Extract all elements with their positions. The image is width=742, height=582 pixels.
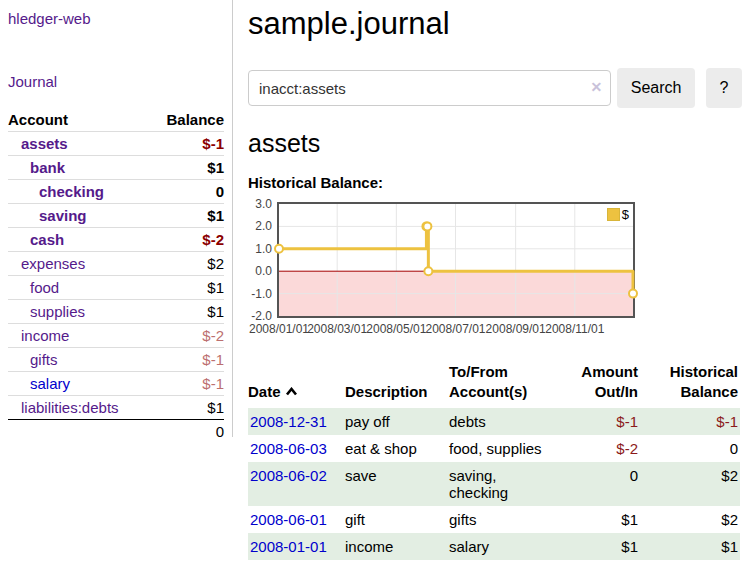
transaction-date-link[interactable]: 2008-06-03: [250, 440, 327, 457]
accounts-header-account: Account: [8, 108, 150, 132]
y-axis-tick: -2.0: [248, 309, 272, 323]
y-axis-tick: 1.0: [248, 242, 272, 256]
transaction-description: pay off: [345, 408, 449, 435]
nav-journal-link[interactable]: Journal: [8, 73, 57, 90]
account-row: bank $1: [8, 156, 224, 180]
help-button[interactable]: ?: [706, 68, 742, 108]
account-balance: $1: [150, 156, 224, 180]
main-panel: sample.journal ✕ Search ? assets Histori…: [248, 0, 742, 560]
transaction-amount: $1: [561, 506, 640, 533]
transaction-amount: $-1: [561, 408, 640, 435]
account-balance: $-1: [150, 372, 224, 396]
transaction-date-link[interactable]: 2008-12-31: [250, 413, 327, 430]
account-link-expenses[interactable]: expenses: [21, 255, 85, 272]
account-balance: $1: [150, 300, 224, 324]
account-row: saving $1: [8, 204, 224, 228]
clear-search-icon[interactable]: ✕: [590, 79, 602, 95]
account-row: gifts $-1: [8, 348, 224, 372]
register-row: 2008-01-01 income salary $1 $1: [248, 533, 740, 560]
transaction-date-link[interactable]: 2008-06-02: [250, 467, 327, 484]
register-header-amount: Amount Out/In: [561, 362, 640, 408]
transaction-description: save: [345, 462, 449, 506]
accounts-total-value: 0: [150, 420, 224, 444]
account-link-cash[interactable]: cash: [30, 231, 64, 248]
x-axis-tick: 2008/03/01: [307, 322, 367, 336]
balance-chart: $ 3.02.01.00.0-1.0-2.02008/01/012008/03/…: [248, 202, 742, 340]
transaction-accounts: debts: [449, 408, 561, 435]
page-title: sample.journal: [248, 0, 742, 44]
account-balance: $2: [150, 252, 224, 276]
y-axis-tick: 2.0: [248, 219, 272, 233]
register-row: 2008-12-31 pay off debts $-1 $-1: [248, 408, 740, 435]
register-header-description: Description: [345, 362, 449, 408]
account-balance: $-2: [150, 324, 224, 348]
x-axis-tick: 2008/11/01: [545, 322, 604, 336]
transaction-accounts: salary: [449, 533, 561, 560]
chart-plot-area: $: [277, 202, 635, 318]
register-row: 2008-06-01 gift gifts $1 $2: [248, 506, 740, 533]
account-row: assets $-1: [8, 132, 224, 156]
x-axis-tick: 2008/09/01: [486, 322, 546, 336]
register-header-accounts: To/From Account(s): [449, 362, 561, 408]
transaction-description: eat & shop: [345, 435, 449, 462]
account-link-liabilities-debts[interactable]: liabilities:debts: [21, 399, 119, 416]
account-balance: $-1: [150, 348, 224, 372]
register-row: 2008-06-02 save saving, checking 0 $2: [248, 462, 740, 506]
sidebar: hledger-web Journal Account Balance asse…: [0, 0, 233, 437]
account-link-bank[interactable]: bank: [30, 159, 65, 176]
transaction-balance: $1: [640, 533, 740, 560]
account-link-food[interactable]: food: [30, 279, 59, 296]
transaction-amount: $-2: [561, 435, 640, 462]
transaction-accounts: gifts: [449, 506, 561, 533]
transaction-date-link[interactable]: 2008-01-01: [250, 538, 327, 555]
search-button[interactable]: Search: [617, 68, 695, 108]
app-brand-link[interactable]: hledger-web: [8, 10, 91, 27]
account-row: cash $-2: [8, 228, 224, 252]
account-balance: $1: [150, 276, 224, 300]
sort-ascending-icon: [285, 381, 298, 401]
x-axis-tick: 2008/01/01: [249, 322, 309, 336]
account-row: income $-2: [8, 324, 224, 348]
account-balance: $1: [150, 396, 224, 420]
transaction-balance: $-1: [640, 408, 740, 435]
transaction-description: gift: [345, 506, 449, 533]
account-row: checking 0: [8, 180, 224, 204]
account-balance: $-1: [150, 132, 224, 156]
register-header-balance: Historical Balance: [640, 362, 740, 408]
y-axis-tick: -1.0: [248, 287, 272, 301]
transaction-accounts: saving, checking: [449, 462, 561, 506]
x-axis-tick: 2008/07/01: [425, 322, 485, 336]
transaction-date-link[interactable]: 2008-06-01: [250, 511, 327, 528]
search-box: ✕: [248, 70, 611, 106]
account-link-supplies[interactable]: supplies: [30, 303, 85, 320]
account-link-assets[interactable]: assets: [21, 135, 68, 152]
account-row: salary $-1: [8, 372, 224, 396]
search-form: ✕ Search ?: [248, 68, 742, 108]
register-header-date[interactable]: Date: [248, 362, 345, 408]
account-row: supplies $1: [8, 300, 224, 324]
account-link-saving[interactable]: saving: [39, 207, 87, 224]
y-axis-tick: 3.0: [248, 197, 272, 211]
transaction-balance: $2: [640, 506, 740, 533]
account-link-income[interactable]: income: [21, 327, 69, 344]
accounts-header-row: Account Balance: [8, 108, 224, 132]
register-row: 2008-06-03 eat & shop food, supplies $-2…: [248, 435, 740, 462]
y-axis-tick: 0.0: [248, 264, 272, 278]
transaction-balance: 0: [640, 435, 740, 462]
transaction-amount: $1: [561, 533, 640, 560]
transaction-accounts: food, supplies: [449, 435, 561, 462]
account-balance: 0: [150, 180, 224, 204]
account-link-salary[interactable]: salary: [30, 375, 70, 392]
account-link-gifts[interactable]: gifts: [30, 351, 58, 368]
transaction-balance: $2: [640, 462, 740, 506]
accounts-total-row: 0: [8, 420, 224, 444]
x-axis-tick: 2008/05/01: [366, 322, 426, 336]
account-row: liabilities:debts $1: [8, 396, 224, 420]
accounts-header-balance: Balance: [150, 108, 224, 132]
account-balance: $-2: [150, 228, 224, 252]
account-row: food $1: [8, 276, 224, 300]
search-input[interactable]: [248, 70, 611, 106]
account-balance: $1: [150, 204, 224, 228]
accounts-table: Account Balance assets $-1 bank $1 check…: [8, 108, 224, 443]
account-link-checking[interactable]: checking: [39, 183, 104, 200]
